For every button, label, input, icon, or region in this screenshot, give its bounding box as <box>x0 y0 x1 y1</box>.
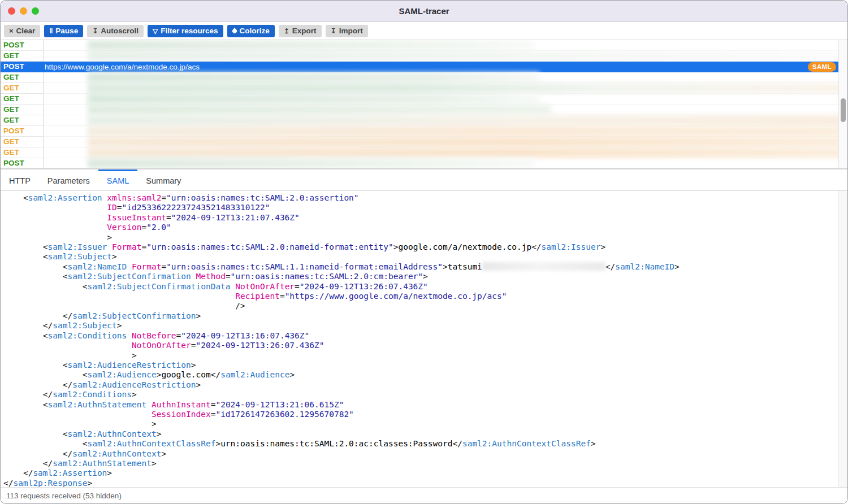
title-bar: SAML-tracer <box>1 1 847 22</box>
xml-token: saml2:Subject <box>53 321 117 330</box>
close-button[interactable] <box>8 7 15 15</box>
xml-token: saml2:AuthnContextClassRef <box>462 439 591 448</box>
toolbar-button-label: Clear <box>16 27 36 35</box>
import-button[interactable]: ↧Import <box>326 25 368 37</box>
xml-token: = <box>295 282 300 291</box>
request-row[interactable]: GET <box>1 72 838 83</box>
colorize-button[interactable]: Colorize <box>227 25 275 37</box>
toolbar-button-label: Colorize <box>240 27 270 35</box>
xml-token: ID <box>107 203 116 212</box>
saml-tracer-window: SAML-tracer ×Clear‖Pause↧Autoscroll▽Filt… <box>0 0 848 504</box>
minimize-button[interactable] <box>20 7 27 15</box>
xml-token: IssueInstant <box>107 213 166 222</box>
toolbar: ×Clear‖Pause↧Autoscroll▽Filter resources… <box>1 22 847 40</box>
pause-button[interactable]: ‖Pause <box>44 25 83 37</box>
request-row[interactable]: POSThttps://www.google.com/a/nextmode.co… <box>1 62 838 72</box>
xml-token: > <box>107 233 112 242</box>
redacted-url <box>88 83 847 93</box>
xml-token: > <box>152 419 157 428</box>
xml-token: xmlns:saml2 <box>107 193 161 202</box>
export-button[interactable]: ↥Export <box>279 25 322 37</box>
xml-token: </ <box>43 459 53 468</box>
xml-token: > <box>423 272 428 281</box>
xml-token: </ <box>23 468 33 477</box>
xml-token: > <box>674 262 680 271</box>
xml-token: saml2:Audience <box>220 370 289 379</box>
clear-button[interactable]: ×Clear <box>4 25 40 37</box>
autoscroll-button[interactable]: ↧Autoscroll <box>87 25 144 37</box>
request-row[interactable]: POST <box>1 158 838 168</box>
traffic-lights <box>8 1 39 21</box>
xml-token: < <box>63 360 68 370</box>
url-cell <box>44 115 838 126</box>
url-cell <box>44 40 838 51</box>
saml-badge: SAML <box>808 62 836 72</box>
request-row[interactable]: GET <box>1 137 838 147</box>
tab-saml[interactable]: SAML <box>98 170 138 190</box>
request-row[interactable]: GET <box>1 83 838 94</box>
tab-parameters[interactable]: Parameters <box>39 170 98 190</box>
xml-token: "2024-09-12T13:26:07.436Z" <box>300 282 428 291</box>
xml-token: saml2:Assertion <box>28 193 102 202</box>
zoom-button[interactable] <box>32 7 39 15</box>
filter-resources-button[interactable]: ▽Filter resources <box>148 25 223 37</box>
toolbar-button-label: Export <box>292 27 317 35</box>
xml-token: = <box>176 331 181 340</box>
tab-summary[interactable]: Summary <box>137 170 189 190</box>
xml-token: "https://www.google.com/a/nextmode.co.jp… <box>285 292 507 301</box>
clear-icon: × <box>9 27 14 34</box>
request-row[interactable]: GET <box>1 115 838 126</box>
method-label: GET <box>1 137 44 147</box>
xml-token: > <box>87 479 92 487</box>
request-row[interactable]: POST <box>1 126 838 137</box>
xml-token: "2024-09-12T13:21:06.615Z" <box>215 400 344 409</box>
url-cell <box>44 147 838 158</box>
list-scrollbar-track[interactable] <box>838 40 847 168</box>
window-title: SAML-tracer <box>399 6 449 16</box>
redacted-url <box>88 94 540 104</box>
xml-token: > <box>157 429 162 438</box>
xml-token: </ <box>63 380 72 389</box>
xml-token: "urn:oasis:names:tc:SAML:1.1:nameid-form… <box>166 262 443 271</box>
xml-token: saml2:AudienceRestriction <box>72 380 196 389</box>
redacted-url <box>88 105 551 115</box>
xml-token: saml2:Audience <box>87 370 156 379</box>
list-scrollbar-thumb[interactable] <box>841 98 846 122</box>
xml-token: > <box>132 390 137 399</box>
pause-icon: ‖ <box>49 28 53 34</box>
xml-token: = <box>141 242 146 251</box>
import-icon: ↧ <box>331 28 336 34</box>
xml-token: AuthnInstant <box>152 400 211 409</box>
xml-token: google.com <box>161 370 210 379</box>
xml-token: "2024-09-12T13:16:07.436Z" <box>181 331 309 340</box>
xml-token: saml2:AuthnContextClassRef <box>87 439 215 448</box>
request-url: https://www.google.com/a/nextmode.co.jp/… <box>44 63 200 71</box>
url-cell <box>44 105 838 115</box>
request-row[interactable]: GET <box>1 147 838 158</box>
url-cell <box>44 51 838 62</box>
request-row[interactable]: GET <box>1 94 838 105</box>
xml-token: = <box>161 193 166 202</box>
xml-token: "id25336222237243521483310122" <box>122 203 270 212</box>
request-row[interactable]: GET <box>1 51 838 62</box>
xml-token: /> <box>235 301 245 310</box>
xml-token: > <box>152 459 157 468</box>
url-cell <box>44 72 838 83</box>
xml-token: saml2:AudienceRestriction <box>68 360 191 370</box>
xml-token: = <box>226 272 231 281</box>
url-cell <box>44 83 838 94</box>
tab-http[interactable]: HTTP <box>1 170 39 190</box>
xml-token: > <box>117 321 122 330</box>
xml-token: < <box>43 242 48 251</box>
redacted-url <box>88 126 847 136</box>
request-row[interactable]: GET <box>1 105 838 115</box>
redacted-email <box>482 262 605 271</box>
content-scrollbar-track[interactable] <box>838 191 847 487</box>
xml-token: tatsumi <box>448 262 482 271</box>
request-row[interactable]: POST <box>1 40 838 51</box>
xml-token: > <box>196 380 201 389</box>
method-label: GET <box>1 115 44 126</box>
xml-token: = <box>280 292 285 301</box>
xml-token: > <box>600 242 605 251</box>
url-cell: https://www.google.com/a/nextmode.co.jp/… <box>44 62 838 72</box>
